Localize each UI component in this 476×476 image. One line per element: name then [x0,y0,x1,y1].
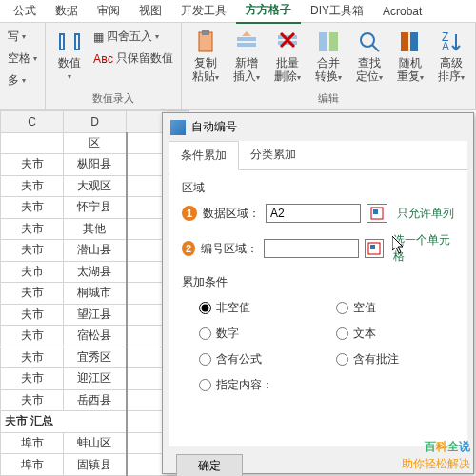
cell[interactable]: 埠市 [1,454,64,476]
abc-icon: Aʙc [93,52,113,66]
cell[interactable]: 区 [64,132,127,154]
label-data-range: 数据区域： [203,206,260,222]
cell[interactable]: 太湖县 [64,261,127,283]
cell[interactable]: 夫市 [1,389,64,411]
space-button[interactable]: 空格▾ [6,49,39,69]
cell[interactable]: 夫市 [1,175,64,197]
ribbon-group-numeric: 数值▾ ▦四舍五入▾ Aʙc只保留数值 数值录入 [46,23,182,109]
dialog-title: 自动编号 [191,119,237,135]
number-range-input[interactable] [264,239,359,258]
cell[interactable]: 宜秀区 [64,347,127,368]
section-range: 区域 [182,180,454,196]
numeric-button[interactable]: 数值▾ [51,27,88,85]
dialog-title-bar[interactable]: 自动编号 [163,113,473,141]
ribbon-group-edit: 复制粘贴▾ 新增插入▾ 批量删除▾ 合并转换▾ 查找定位▾ 随机重复▾ ZA高级… [182,23,476,109]
cell-summary[interactable]: 夫市 汇总 [1,411,127,433]
insert-button[interactable]: 新增插入▾ [228,27,266,86]
tab-diy[interactable]: DIY工具箱 [301,0,373,23]
col-header-c[interactable]: C [1,111,64,133]
ribbon-group-1: 写▾ 空格▾ 多▾ [0,23,46,109]
radio-number[interactable]: 数字 [199,326,317,342]
cell[interactable]: 夫市 [1,304,64,326]
batch-delete-button[interactable]: 批量删除▾ [269,27,307,86]
cell[interactable]: 怀宁县 [64,197,127,219]
tab-ffgezi[interactable]: 方方格子 [236,0,301,24]
svg-rect-1 [75,34,79,50]
cell[interactable]: 夫市 [1,154,64,176]
more-button[interactable]: 多▾ [6,70,39,90]
cell[interactable]: 夫市 [1,197,64,219]
cell[interactable]: 其他 [64,218,127,240]
svg-rect-17 [373,209,378,214]
cell[interactable]: 岳西县 [64,389,127,411]
radio-specific[interactable]: 指定内容： [199,377,317,393]
badge-2: 2 [182,241,195,256]
cell[interactable]: 夫市 [1,261,64,283]
merge-icon [315,29,342,55]
random-button[interactable]: 随机重复▾ [391,27,428,86]
tab-data[interactable]: 数据 [46,0,88,23]
svg-rect-4 [237,37,256,41]
range-picker-1[interactable] [367,204,387,223]
tab-formulas[interactable]: 公式 [4,0,46,23]
svg-rect-12 [401,32,408,51]
copy-paste-button[interactable]: 复制粘贴▾ [188,27,225,86]
keep-numeric-button[interactable]: Aʙc只保留数值 [91,49,175,69]
cell[interactable]: 潜山县 [64,240,127,262]
dialog-tabs: 条件累加 分类累加 [169,141,467,170]
cell[interactable]: 蚌山区 [64,432,127,454]
tab-acrobat[interactable]: Acrobat [373,1,431,22]
write-button[interactable]: 写▾ [6,27,39,47]
cell[interactable]: 大观区 [64,175,127,197]
dialog-footer: 确定 [163,446,473,476]
sort-button[interactable]: ZA高级排序▾ [432,27,469,86]
cell[interactable]: 夫市 [1,347,64,368]
ok-button[interactable]: 确定 [176,454,243,476]
group-label-edit: 编辑 [318,91,339,106]
delete-icon [274,29,301,55]
insert-icon [233,29,260,55]
merge-button[interactable]: 合并转换▾ [310,27,347,86]
auto-number-dialog: 自动编号 条件累加 分类累加 区域 1 数据区域： 只允许单列 2 编号区域： … [162,112,474,474]
cell[interactable]: 夫市 [1,326,64,347]
svg-rect-0 [60,34,64,50]
svg-text:A: A [442,40,449,53]
bracket-icon [56,29,83,55]
search-icon [356,29,383,55]
cell[interactable]: 夫市 [1,283,64,305]
cell[interactable]: 固镇县 [64,454,127,476]
cell[interactable]: 埠市 [1,432,64,454]
tab-category[interactable]: 分类累加 [239,141,307,169]
cell[interactable]: 宿松县 [64,326,127,347]
data-range-input[interactable] [266,204,361,223]
cell[interactable]: 夫市 [1,218,64,240]
badge-1: 1 [182,206,197,221]
hint-1: 只允许单列 [397,206,454,222]
round-button[interactable]: ▦四舍五入▾ [91,27,175,47]
svg-rect-13 [410,32,418,51]
cell[interactable]: 夫市 [1,240,64,262]
cell[interactable]: 夫市 [1,368,64,390]
radio-formula[interactable]: 含有公式 [199,351,317,367]
radio-text[interactable]: 文本 [336,326,454,342]
radio-nonempty[interactable]: 非空值 [199,300,317,316]
tab-view[interactable]: 视图 [129,0,171,23]
svg-rect-8 [319,32,327,51]
svg-point-10 [361,33,374,47]
cell[interactable]: 迎江区 [64,368,127,390]
range-picker-2[interactable] [365,239,384,258]
find-button[interactable]: 查找定位▾ [350,27,387,86]
label-number-range: 编号区域： [201,241,258,257]
tab-review[interactable]: 审阅 [88,0,129,23]
radio-empty[interactable]: 空值 [336,300,454,316]
col-header-d[interactable]: D [64,111,127,133]
cell[interactable]: 枞阳县 [64,154,127,176]
tab-conditional[interactable]: 条件累加 [169,141,239,170]
clipboard-icon [192,29,219,55]
svg-rect-9 [329,32,338,51]
tab-developer[interactable]: 开发工具 [171,0,236,23]
cell[interactable]: 望江县 [64,304,127,326]
grid-icon: ▦ [93,30,104,44]
radio-comment[interactable]: 含有批注 [336,351,454,367]
cell[interactable]: 桐城市 [64,283,127,305]
